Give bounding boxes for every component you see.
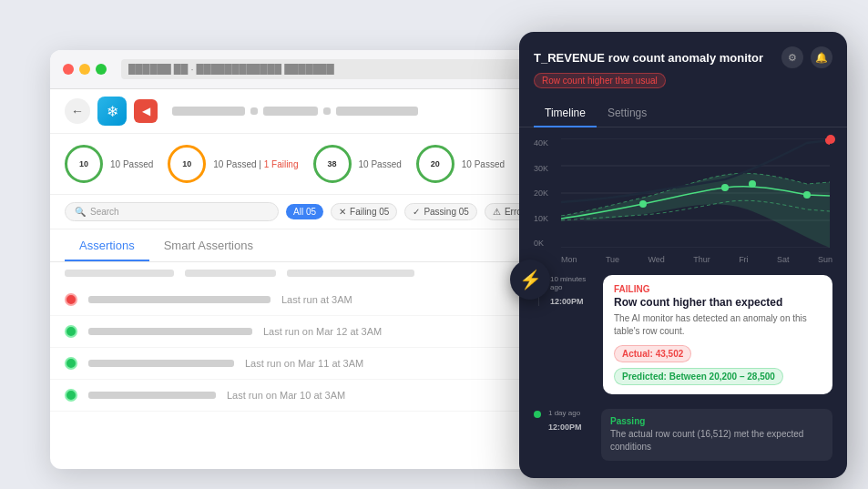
status-dot-passing <box>65 389 77 402</box>
time-ago-2: 1 day ago <box>548 409 594 417</box>
stat-item-4: 20 10 Passed <box>416 145 505 183</box>
monitor-tabs: Timeline Settings <box>519 99 847 127</box>
y-label: 20K <box>534 188 548 198</box>
x-label: Mon <box>561 255 577 264</box>
warning-icon: ⚠ <box>493 207 501 217</box>
tab-assertions[interactable]: Assertions <box>65 229 149 261</box>
timestamp: 12:00PM <box>550 297 596 306</box>
traffic-light-yellow[interactable] <box>79 64 90 75</box>
filter-chip-failing[interactable]: ✕ Failing 05 <box>331 203 397 220</box>
status-dot-passing <box>65 325 77 338</box>
app-logo: ◀ <box>134 99 158 123</box>
monitor-title-row: T_REVENUE row count anomaly monitor ⚙ 🔔 <box>534 46 832 68</box>
traffic-light-green[interactable] <box>96 64 107 75</box>
col-header-3 <box>287 270 414 277</box>
tab-smart-assertions[interactable]: Smart Assertions <box>149 229 268 261</box>
chart-dot <box>749 180 756 188</box>
entry-status: FAILING <box>614 284 822 294</box>
status-dot-passing <box>65 357 77 370</box>
timeline-connector-2 <box>534 409 541 418</box>
row-name-block <box>88 392 216 399</box>
row-time: Last run on Mar 10 at 3AM <box>227 390 345 401</box>
traffic-light-red[interactable] <box>63 64 74 75</box>
entry-desc-passing: The actual row count (16,512) met the ex… <box>610 428 823 453</box>
stat-item-2: 10 10 Passed | 1 Failing <box>168 145 298 183</box>
stat-label-4: 10 Passed <box>462 159 505 169</box>
table-row[interactable]: Last run on Mar 10 at 3AM <box>50 380 560 412</box>
stat-label-1: 10 Passed <box>110 159 153 169</box>
status-badge: Row count higher than usual <box>534 73 666 88</box>
row-name-block <box>88 360 234 367</box>
row-time: Last run on Mar 11 at 3AM <box>245 358 363 369</box>
status-dot-failing <box>65 293 77 306</box>
x-icon: ✕ <box>339 207 346 217</box>
actual-value-badge: Actual: 43,502 <box>614 345 691 362</box>
x-label: Tue <box>606 255 619 264</box>
stat-label-3: 10 Passed <box>359 159 402 169</box>
table-row[interactable]: Last run on Mar 11 at 3AM <box>50 348 560 380</box>
timeline-section: 10 minutes ago 12:00PM FAILING Row count… <box>519 268 847 468</box>
col-header-1 <box>65 270 174 277</box>
breadcrumb-separator <box>250 107 258 115</box>
stat-circle-2: 10 <box>168 145 206 183</box>
chart-x-labels: Mon Tue Wed Thur Fri Sat Sun <box>561 251 832 268</box>
search-container[interactable]: 🔍 Search <box>65 202 279 221</box>
monitor-tab-settings[interactable]: Settings <box>597 99 658 127</box>
url-text: ██████ ██ · ████████████ ███████ <box>128 64 334 75</box>
row-time: Last run on Mar 12 at 3AM <box>263 326 382 337</box>
monitor-header: T_REVENUE row count anomaly monitor ⚙ 🔔 … <box>519 32 847 99</box>
alert-dot <box>826 135 835 144</box>
chart-dot <box>721 184 729 191</box>
x-label: Sun <box>818 255 832 264</box>
breadcrumb-separator <box>323 107 331 115</box>
entry-time-block-2: 1 day ago 12:00PM <box>548 409 594 432</box>
table-row[interactable]: Last run on Mar 12 at 3AM <box>50 316 560 348</box>
browser-window: ██████ ██ · ████████████ ███████ ← ❄ ◀ 1… <box>50 50 560 469</box>
breadcrumb-item <box>336 107 418 116</box>
timeline-entry-failing[interactable]: FAILING Row count higher than expected T… <box>603 275 832 394</box>
monitor-title: T_REVENUE row count anomaly monitor <box>534 51 763 65</box>
y-label: 30K <box>534 164 548 173</box>
monitor-panel: T_REVENUE row count anomaly monitor ⚙ 🔔 … <box>519 32 847 478</box>
timeline-entry-wrapper-2: 1 day ago 12:00PM Passing The actual row… <box>534 409 832 461</box>
stat-label-2: 10 Passed | 1 Failing <box>213 159 298 169</box>
breadcrumb-item <box>172 107 245 116</box>
x-label: Wed <box>648 255 664 264</box>
y-label: 10K <box>534 214 548 223</box>
entry-description: The AI monitor has detected an anomaly o… <box>614 312 822 338</box>
x-label: Fri <box>739 255 749 264</box>
stat-item-1: 10 10 Passed <box>65 145 153 183</box>
y-label: 0K <box>534 239 548 248</box>
monitor-actions: ⚙ 🔔 <box>781 46 832 68</box>
chart-y-labels: 40K 30K 20K 10K 0K <box>534 138 548 248</box>
url-bar[interactable]: ██████ ██ · ████████████ ███████ <box>121 59 547 79</box>
line-chart <box>561 138 830 248</box>
filter-chip-all[interactable]: All 05 <box>286 204 323 219</box>
monitor-tab-timeline[interactable]: Timeline <box>534 99 597 127</box>
stats-row: 10 10 Passed 10 10 Passed | 1 Failing 38… <box>50 134 560 195</box>
back-button[interactable]: ← <box>65 98 90 124</box>
tabs-bar: Assertions Smart Assertions <box>50 229 560 262</box>
chart-dot <box>803 191 811 199</box>
stat-circle-1: 10 <box>65 145 103 183</box>
browser-titlebar: ██████ ██ · ████████████ ███████ <box>50 50 560 89</box>
filter-chip-passing[interactable]: ✓ Passing 05 <box>404 203 476 220</box>
entry-status-passing: Passing <box>610 416 823 426</box>
table-row[interactable]: Last run at 3AM <box>50 284 560 316</box>
check-icon: ✓ <box>413 207 420 217</box>
timeline-entry-wrapper: 10 minutes ago 12:00PM FAILING Row count… <box>534 275 832 402</box>
snowflake-logo: ❄ <box>97 97 127 126</box>
chart-dot <box>639 200 647 208</box>
chart-area: 40K 30K 20K 10K 0K <box>519 127 847 268</box>
timeline-entry-passing[interactable]: Passing The actual row count (16,512) me… <box>601 409 832 461</box>
breadcrumb <box>172 107 418 116</box>
entry-values: Actual: 43,502 Predicted: Between 20,200… <box>614 345 822 385</box>
stat-item-3: 38 10 Passed <box>313 145 402 183</box>
lightning-button[interactable]: ⚡ <box>510 260 550 300</box>
chart-svg-container <box>561 138 832 251</box>
settings-button[interactable]: ⚙ <box>781 46 803 68</box>
entry-title: Row count higher than expected <box>614 296 822 309</box>
filter-bar: 🔍 Search All 05 ✕ Failing 05 ✓ Passing 0… <box>50 195 560 229</box>
bell-button[interactable]: 🔔 <box>811 46 832 68</box>
row-name-block <box>88 296 271 303</box>
